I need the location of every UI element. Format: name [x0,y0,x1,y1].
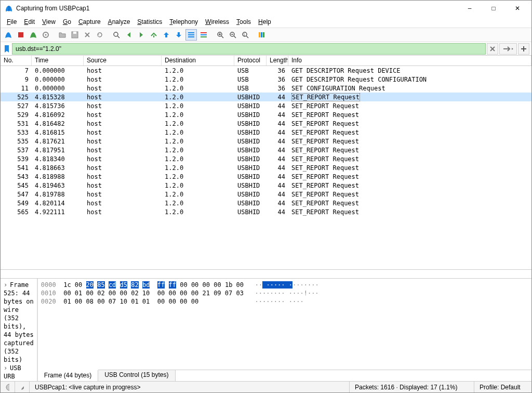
resize-columns-icon[interactable] [256,29,268,41]
packet-list-hscroll[interactable] [1,270,531,278]
packet-row[interactable]: 5374.817951host1.2.0USBHID44SET_REPORT R… [1,146,531,154]
svg-rect-6 [153,35,154,37]
app-icon [5,4,13,12]
svg-rect-0 [18,32,23,37]
packet-details-pane[interactable]: Frame 525: 44 bytes on wire (352 bits), … [1,279,38,381]
goto-packet-icon[interactable] [148,29,159,41]
packet-row[interactable]: 5414.818663host1.2.0USBHID44SET_REPORT R… [1,163,531,172]
colorize-icon[interactable] [198,29,209,41]
col-source[interactable]: Source [84,56,162,66]
packet-row[interactable]: 5474.819788host1.2.0USBHID44SET_REPORT R… [1,190,531,199]
col-protocol[interactable]: Protocol [234,56,267,66]
hex-line[interactable]: 0010 00 01 00 02 00 00 02 10 00 00 00 00… [41,289,532,297]
svg-point-2 [45,34,47,36]
packet-row[interactable]: 110.000000host1.2.0USB36SET CONFIGURATIO… [1,84,531,93]
packet-list[interactable]: No. Time Source Destination Protocol Len… [1,56,531,270]
hex-tab[interactable]: Frame (44 bytes) [38,370,98,381]
titlebar: Capturing from USBPcap1 – □ ✕ [1,1,531,16]
menu-analyze[interactable]: Analyze [105,17,134,27]
packet-list-header[interactable]: No. Time Source Destination Protocol Len… [1,56,531,66]
open-file-icon[interactable] [57,29,68,41]
auto-scroll-icon[interactable] [185,29,197,41]
packet-row[interactable]: 5254.815328host1.2.0USBHID44SET_REPORT R… [1,93,531,101]
packet-bytes-pane[interactable]: 0000 1c 00 20 85 cd d5 82 bd ff ff 00 00… [38,279,532,381]
maximize-button[interactable]: □ [482,1,506,16]
zoom-out-icon[interactable] [227,29,238,41]
display-filter-input[interactable] [12,43,486,55]
packet-row[interactable]: 5334.816815host1.2.0USBHID44SET_REPORT R… [1,128,531,137]
packet-row[interactable]: 90.000000host1.2.0USB36GET DESCRIPTOR Re… [1,75,531,84]
filter-clear-icon[interactable] [487,43,498,55]
menu-edit[interactable]: Edit [21,17,38,27]
go-forward-icon[interactable] [136,29,147,41]
menu-telephony[interactable]: Telephony [166,17,201,27]
save-file-icon[interactable] [69,29,81,41]
menu-file[interactable]: File [4,17,20,27]
svg-rect-10 [201,32,207,33]
svg-rect-19 [263,32,264,37]
packet-row[interactable]: 5354.817621host1.2.0USBHID44SET_REPORT R… [1,137,531,146]
detail-node[interactable]: USB URB [4,364,34,381]
hex-hscroll[interactable] [38,361,532,370]
find-packet-icon[interactable] [111,29,122,41]
go-back-icon[interactable] [123,29,135,41]
packet-row[interactable]: 5314.816482host1.2.0USBHID44SET_REPORT R… [1,119,531,128]
statusbar: USBPcap1: <live capture in progress> Pac… [1,381,531,392]
hex-line[interactable]: 0000 1c 00 20 85 cd d5 82 bd ff ff 00 00… [41,281,532,289]
menu-help[interactable]: Help [255,17,274,27]
packet-row[interactable]: 5394.818340host1.2.0USBHID44SET_REPORT R… [1,154,531,163]
svg-rect-8 [188,34,194,35]
packet-row[interactable]: 70.000000host1.2.0USB36GET DESCRIPTOR Re… [1,66,531,75]
close-button[interactable]: ✕ [506,1,529,16]
hex-tabs: Frame (44 bytes)USB Control (15 bytes) [38,370,532,381]
filter-bookmark-icon[interactable] [3,43,11,55]
menu-capture[interactable]: Capture [75,17,104,27]
svg-text:1: 1 [243,33,245,36]
svg-rect-7 [188,32,194,33]
restart-capture-icon[interactable] [28,29,39,41]
packet-row[interactable]: 5294.816092host1.2.0USBHID44SET_REPORT R… [1,110,531,119]
svg-rect-17 [259,32,260,37]
hex-line[interactable]: 0020 01 00 08 00 07 10 01 01 00 00 00 00… [41,297,532,306]
status-profile[interactable]: Profile: Default [474,382,531,392]
zoom-reset-icon[interactable]: 1 [240,29,251,41]
svg-point-20 [6,384,9,390]
svg-rect-12 [201,36,207,37]
packet-row[interactable]: 5434.818988host1.2.0USBHID44SET_REPORT R… [1,172,531,181]
filter-add-icon[interactable] [518,43,529,55]
svg-rect-18 [261,32,262,37]
expert-info-icon[interactable] [1,382,15,392]
reload-icon[interactable] [94,29,105,41]
menu-statistics[interactable]: Statistics [134,17,165,27]
capture-options-icon[interactable] [40,29,51,41]
packet-row[interactable]: 5494.820114host1.2.0USBHID44SET_REPORT R… [1,199,531,207]
menu-go[interactable]: Go [60,17,74,27]
filter-apply-icon[interactable] [499,43,517,55]
menu-wireless[interactable]: Wireless [202,17,232,27]
lower-panes: Frame 525: 44 bytes on wire (352 bits), … [1,278,531,381]
status-capture: USBPcap1: <live capture in progress> [30,382,350,392]
zoom-in-icon[interactable] [215,29,226,41]
close-file-icon[interactable] [82,29,93,41]
goto-first-icon[interactable] [161,29,172,41]
window-title: Capturing from USBPcap1 [16,5,458,12]
packet-row[interactable]: 5454.819463host1.2.0USBHID44SET_REPORT R… [1,181,531,190]
col-info[interactable]: Info [288,56,531,66]
col-destination[interactable]: Destination [162,56,234,66]
minimize-button[interactable]: – [458,1,482,16]
start-capture-icon[interactable] [3,29,14,41]
detail-node[interactable]: Frame 525: 44 bytes on wire (352 bits), … [4,281,34,364]
svg-point-5 [114,32,118,36]
col-length[interactable]: Length [267,56,288,66]
col-no[interactable]: No. [1,56,32,66]
svg-rect-11 [201,34,207,35]
packet-row[interactable]: 5654.922111host1.2.0USBHID44SET_REPORT R… [1,207,531,216]
stop-capture-icon[interactable] [15,29,26,41]
hex-tab[interactable]: USB Control (15 bytes) [98,370,175,381]
packet-row[interactable]: 5274.815736host1.2.0USBHID44SET_REPORT R… [1,101,531,110]
menu-tools[interactable]: Tools [233,17,254,27]
goto-last-icon[interactable] [173,29,184,41]
edit-capture-comment-icon[interactable] [15,382,30,392]
col-time[interactable]: Time [32,56,84,66]
menu-view[interactable]: View [39,17,59,27]
